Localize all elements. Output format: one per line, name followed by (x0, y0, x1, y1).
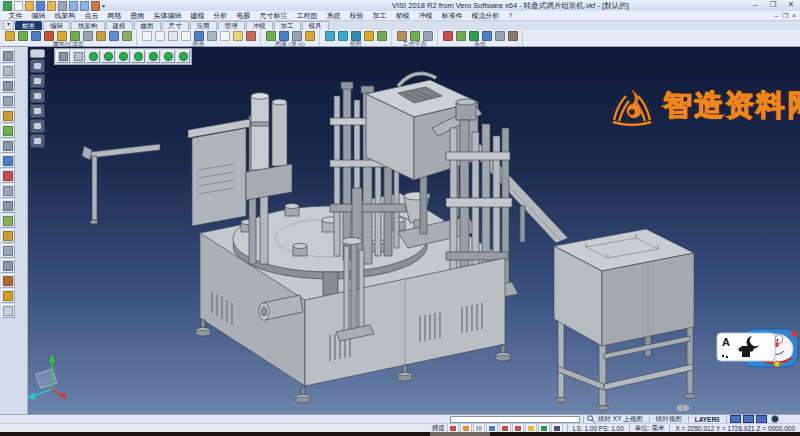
dock-rotate-icon[interactable] (1, 94, 15, 108)
dock-mirror-icon[interactable] (1, 199, 15, 213)
tab-11[interactable]: 模具 (302, 21, 329, 30)
menu-item-5[interactable]: 网格 (103, 11, 126, 20)
settings-grid-icon[interactable] (442, 31, 453, 41)
previous-view-icon[interactable] (376, 31, 387, 41)
dock-extend-icon[interactable] (1, 244, 15, 258)
dynamic-view-icon[interactable] (350, 31, 361, 41)
view-bottom-icon[interactable] (176, 50, 190, 63)
info-panel-button[interactable] (30, 134, 45, 148)
menu-item-13[interactable]: 系统 (322, 11, 345, 20)
tab-10[interactable]: 加工 (274, 21, 301, 30)
current-layer[interactable]: LAYER0 (695, 416, 720, 423)
mdi-close-button[interactable]: × (792, 12, 796, 20)
menu-item-4[interactable]: 点云 (80, 11, 103, 20)
filter-red-icon[interactable] (43, 31, 54, 41)
attribute-pencil-icon[interactable] (4, 31, 15, 41)
menu-item-20[interactable]: ? (504, 11, 517, 20)
layer-color-swatch-1[interactable] (730, 415, 741, 423)
view-iso2-icon[interactable] (146, 50, 160, 63)
open-file-icon[interactable] (25, 1, 34, 10)
dock-folder-icon[interactable] (1, 289, 15, 303)
taskbar-button[interactable] (430, 432, 490, 436)
redo-icon[interactable] (80, 1, 89, 10)
zoom-all-icon[interactable] (324, 31, 335, 41)
menu-item-7[interactable]: 实体编辑 (149, 11, 186, 20)
dock-delete-icon[interactable] (1, 169, 15, 183)
highlight-icon[interactable] (121, 31, 132, 41)
status-color-indicator[interactable] (771, 415, 779, 423)
save-file-icon[interactable] (36, 1, 45, 10)
menu-item-12[interactable]: 工程图 (292, 11, 322, 20)
element-filter-icon[interactable] (82, 31, 93, 41)
wireframe-mode-icon[interactable] (278, 31, 289, 41)
dock-trim-icon[interactable] (1, 229, 15, 243)
save-all-icon[interactable] (47, 1, 56, 10)
dock-point-icon[interactable] (1, 139, 15, 153)
dock-copy-icon[interactable] (1, 184, 15, 198)
mdi-minimize-button[interactable]: – (775, 12, 779, 20)
white-part-icon[interactable] (219, 31, 230, 41)
dock-new-icon[interactable] (1, 49, 15, 63)
menu-item-2[interactable]: 编辑 (27, 11, 50, 20)
selection-box-icon[interactable] (71, 50, 85, 63)
attribute-panel-button[interactable] (30, 89, 45, 103)
minimize-button[interactable]: – (749, 0, 761, 9)
notes-icon[interactable] (232, 31, 243, 41)
workplane-icon[interactable] (396, 31, 407, 41)
dock-brush-icon[interactable] (1, 109, 15, 123)
menu-item-15[interactable]: 加工 (368, 11, 391, 20)
menu-item-17[interactable]: 冲模 (414, 11, 437, 20)
tab-8[interactable]: 管理 (218, 21, 245, 30)
info-icon[interactable] (468, 31, 479, 41)
print-icon[interactable] (58, 1, 67, 10)
menu-item-18[interactable]: 标准件 (437, 11, 467, 20)
zoom-window-icon[interactable] (337, 31, 348, 41)
close-button[interactable]: ✕ (785, 0, 797, 9)
workplane-reset-icon[interactable] (422, 31, 433, 41)
ime-mode-letter[interactable]: A (722, 336, 730, 348)
tab-6[interactable]: 尺寸 (162, 21, 189, 30)
menu-item-3[interactable]: 线架构 (50, 11, 80, 20)
mdi-maximize-button[interactable]: ❐ (782, 12, 788, 20)
dock-fillet-icon[interactable] (1, 274, 15, 288)
workplane-align-icon[interactable] (409, 31, 420, 41)
command-prompt-input[interactable] (450, 416, 580, 423)
ribbon-collapse-button[interactable]: ▾ (3, 20, 14, 30)
menu-item-9[interactable]: 分析 (209, 11, 232, 20)
layer-color-swatch-2[interactable] (743, 415, 754, 423)
tab-7[interactable]: 应用 (190, 21, 217, 30)
attribute-brush-icon[interactable] (17, 31, 28, 41)
mask-icon[interactable] (95, 31, 106, 41)
menu-item-1[interactable]: 文件 (4, 11, 27, 20)
dock-line-icon[interactable] (1, 154, 15, 168)
points-doc-icon[interactable] (180, 31, 191, 41)
tab-1[interactable]: 标准 (15, 21, 42, 30)
panel-grip[interactable] (30, 49, 45, 58)
tab-3[interactable]: 线架构 (71, 21, 105, 30)
visi-logo-icon[interactable] (3, 1, 12, 10)
undo-icon[interactable] (69, 1, 78, 10)
dock-cut-icon[interactable] (1, 64, 15, 78)
surface-doc-icon[interactable] (154, 31, 165, 41)
dock-blank-icon[interactable] (1, 304, 15, 318)
menu-item-16[interactable]: 塑模 (391, 11, 414, 20)
new-file-icon[interactable] (14, 1, 23, 10)
dock-scale-icon[interactable] (1, 214, 15, 228)
transparency-icon[interactable] (304, 31, 315, 41)
shade-mode-icon[interactable] (265, 31, 276, 41)
view-front-icon[interactable] (101, 50, 115, 63)
database-icon[interactable] (494, 31, 505, 41)
hidden-line-icon[interactable] (291, 31, 302, 41)
layer-color-swatch-3[interactable] (756, 415, 767, 423)
menu-item-19[interactable]: 模流分析 (467, 11, 504, 20)
maximize-button[interactable]: ❐ (767, 0, 779, 9)
calculator-icon[interactable] (455, 31, 466, 41)
view-iso-icon[interactable] (131, 50, 145, 63)
solid-doc-icon[interactable] (167, 31, 178, 41)
blue-part-icon[interactable] (193, 31, 204, 41)
qat-dropdown-icon[interactable]: ▾ (100, 2, 105, 9)
color-filter-icon[interactable] (69, 31, 80, 41)
select-filter-icon[interactable] (108, 31, 119, 41)
menu-item-14[interactable]: 校验 (345, 11, 368, 20)
window-icon[interactable] (481, 31, 492, 41)
